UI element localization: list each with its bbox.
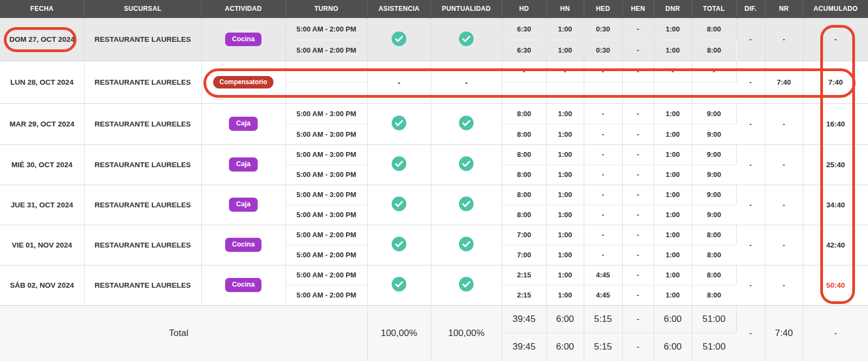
hn-total-cell: 6:00	[546, 333, 584, 361]
dnr-cell: 1:00	[654, 164, 692, 185]
punctuality-cell	[431, 103, 502, 144]
punctuality-cell: -	[431, 61, 502, 103]
accumulated-cell: -	[803, 18, 868, 61]
column-header-puntualidad: PUNTUALIDAD	[431, 0, 502, 18]
hd-cell: 8:00	[502, 205, 546, 225]
hen-cell: -	[622, 40, 654, 61]
hed-cell	[584, 82, 622, 103]
hn-cell: 1:00	[546, 144, 584, 164]
hen-cell: -	[622, 265, 654, 285]
column-header-turno: TURNO	[285, 0, 367, 18]
hed-cell: -	[584, 225, 622, 245]
column-header-hd: HD	[502, 0, 546, 18]
hed-cell: 4:45	[584, 285, 622, 305]
activity-badge: Compensatorio	[213, 76, 273, 88]
activity-cell: Caja	[201, 144, 285, 185]
hn-cell: -	[546, 61, 584, 82]
hen-cell: -	[622, 124, 654, 144]
punctuality-cell	[431, 18, 502, 61]
attendance-cell	[367, 185, 431, 225]
date-cell: LUN 28, OCT 2024	[0, 61, 84, 103]
column-header-total: TOTAL	[692, 0, 736, 18]
hen-total-cell: -	[622, 333, 654, 361]
column-header-hen: HEN	[622, 0, 654, 18]
activity-cell: Cocina	[201, 265, 285, 305]
shift-cell: 5:00 AM - 3:00 PM	[285, 164, 367, 185]
hn-cell: 1:00	[546, 124, 584, 144]
date-cell: VIE 01, NOV 2024	[0, 225, 84, 265]
branch-cell: RESTAURANTE LAURELES	[84, 225, 201, 265]
hed-cell: -	[584, 103, 622, 124]
total-cell: 9:00	[692, 164, 736, 185]
hd-total-cell: 39:45	[502, 305, 546, 333]
accumulated-cell: 50:40	[803, 265, 868, 305]
hed-cell: -	[584, 185, 622, 205]
column-header-actividad: ACTIVIDAD	[201, 0, 285, 18]
attendance-report: FECHA SUCURSAL ACTIVIDAD TURNO ASISTENCI…	[0, 0, 868, 361]
total-cell: 8:00	[692, 18, 736, 40]
dnr-cell: 1:00	[654, 245, 692, 265]
nr-cell: -	[765, 18, 803, 61]
hen-cell: -	[622, 103, 654, 124]
shift-cell: 5:00 AM - 2:00 PM	[285, 225, 367, 245]
punctuality-cell	[431, 225, 502, 265]
hen-cell: -	[622, 18, 654, 40]
attendance-total-cell: 100,00%	[367, 305, 431, 361]
total-row: Total100,00%100,00%39:456:005:15-6:0051:…	[0, 305, 868, 333]
branch-cell: RESTAURANTE LAURELES	[84, 265, 201, 305]
day-row: VIE 01, NOV 2024RESTAURANTE LAURELESCoci…	[0, 225, 868, 245]
hn-cell: 1:00	[546, 245, 584, 265]
check-icon	[459, 197, 474, 211]
hn-total-cell: 6:00	[546, 305, 584, 333]
dif-cell: -	[736, 144, 765, 185]
table-body: DOM 27, OCT 2024RESTAURANTE LAURELESCoci…	[0, 18, 868, 361]
attendance-cell	[367, 225, 431, 265]
total-total-cell: 51:00	[692, 333, 736, 361]
activity-badge: Cocina	[225, 238, 262, 252]
hd-cell: 8:00	[502, 164, 546, 185]
hn-cell: 1:00	[546, 103, 584, 124]
dash-value: -	[398, 78, 400, 87]
shift-cell: 5:00 AM - 2:00 PM	[285, 40, 367, 61]
hen-cell: -	[622, 164, 654, 185]
total-cell: 9:00	[692, 185, 736, 205]
dash-value: -	[465, 78, 468, 87]
column-header-hed: HED	[584, 0, 622, 18]
column-header-nr: NR	[765, 0, 803, 18]
day-row: SÁB 02, NOV 2024RESTAURANTE LAURELESCoci…	[0, 265, 868, 285]
hed-cell: -	[584, 124, 622, 144]
hed-cell: 4:45	[584, 265, 622, 285]
check-icon	[459, 156, 474, 171]
shift-cell: 5:00 AM - 2:00 PM	[285, 265, 367, 285]
date-cell: MIÉ 30, OCT 2024	[0, 144, 84, 185]
dnr-cell: 1:00	[654, 18, 692, 40]
hn-cell: 1:00	[546, 285, 584, 305]
accumulated-cell: 42:40	[803, 225, 868, 265]
dnr-cell: 1:00	[654, 144, 692, 164]
column-header-asistencia: ASISTENCIA	[367, 0, 431, 18]
dnr-cell: 1:00	[654, 265, 692, 285]
check-icon	[392, 156, 406, 171]
shift-cell: 5:00 AM - 3:00 PM	[285, 185, 367, 205]
attendance-table: FECHA SUCURSAL ACTIVIDAD TURNO ASISTENCI…	[0, 0, 868, 361]
date-cell: MAR 29, OCT 2024	[0, 103, 84, 144]
dnr-total-cell: 6:00	[654, 305, 692, 333]
attendance-cell	[367, 103, 431, 144]
shift-cell	[285, 82, 367, 103]
attendance-cell	[367, 144, 431, 185]
dnr-cell: 1:00	[654, 103, 692, 124]
dif-cell: -	[736, 61, 765, 103]
branch-cell: RESTAURANTE LAURELES	[84, 144, 201, 185]
nr-cell: 7:40	[765, 61, 803, 103]
hed-cell: -	[584, 61, 622, 82]
shift-cell: 5:00 AM - 3:00 PM	[285, 144, 367, 164]
hd-cell: 2:15	[502, 285, 546, 305]
total-cell: 8:00	[692, 285, 736, 305]
hn-cell: 1:00	[546, 40, 584, 61]
dnr-cell: 1:00	[654, 225, 692, 245]
attendance-cell: -	[367, 61, 431, 103]
punctuality-cell	[431, 265, 502, 305]
column-header-sucursal: SUCURSAL	[84, 0, 201, 18]
column-header-dnr: DNR	[654, 0, 692, 18]
dnr-cell	[654, 82, 692, 103]
